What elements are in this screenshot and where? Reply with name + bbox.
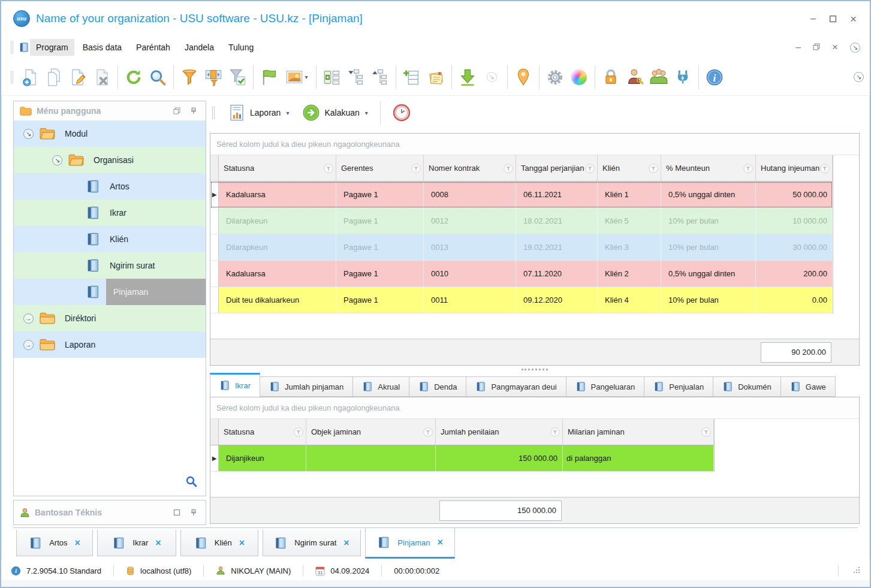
minimize-icon[interactable]: – <box>810 14 816 23</box>
tree-item-laporan[interactable]: → Laporan <box>14 331 206 358</box>
info-button[interactable]: i <box>703 64 727 91</box>
tree-item-modul[interactable]: ↘ Modul <box>14 120 206 147</box>
tab-ikrar[interactable]: Ikrar <box>210 373 260 397</box>
doc-tab-artos[interactable]: Artos× <box>16 530 93 556</box>
column-header-gerentes[interactable]: Gerentes <box>336 155 424 181</box>
laporan-button[interactable]: Laporan▾ <box>223 101 294 124</box>
filter-icon[interactable] <box>743 164 753 173</box>
column-header-hutang[interactable]: Hutang injeuman <box>756 155 833 181</box>
menu-item-jandela[interactable]: Jandela <box>179 39 220 56</box>
toolbar-grip[interactable] <box>11 71 13 84</box>
doc-tab-pinjaman[interactable]: Pinjaman× <box>365 528 455 559</box>
tree-item-artos[interactable]: Artos <box>14 173 206 200</box>
filter-icon[interactable] <box>550 427 560 437</box>
column-header-tanggal[interactable]: Tanggal perjanjian <box>516 155 598 181</box>
lock-button[interactable] <box>599 64 623 91</box>
toolbar-grip[interactable] <box>11 41 13 54</box>
tree-item-pinjaman[interactable]: Pinjaman <box>14 279 206 305</box>
expand-levels-button[interactable] <box>320 64 344 91</box>
close-tab-icon[interactable]: × <box>343 538 349 548</box>
notes-button[interactable] <box>424 64 448 91</box>
horizontal-splitter[interactable] <box>210 366 860 373</box>
collapse-node-icon[interactable]: ↘ <box>23 129 34 139</box>
search-button[interactable] <box>146 64 170 91</box>
collapse-node-icon[interactable]: ↘ <box>52 155 62 165</box>
column-header-statusna[interactable]: Statusna <box>219 155 336 181</box>
doc-tab-ngirim-surat[interactable]: Ngirim surat× <box>263 530 361 556</box>
filter-icon[interactable] <box>820 164 830 173</box>
export-button[interactable] <box>456 64 480 91</box>
maximize-panel-icon[interactable] <box>171 506 183 518</box>
timer-button[interactable] <box>388 101 415 124</box>
tree-item-ikrar[interactable]: Ikrar <box>14 200 206 226</box>
tab-penjualan[interactable]: Penjualan <box>644 376 713 397</box>
refresh-button[interactable] <box>122 64 146 91</box>
filter-button[interactable] <box>177 64 201 91</box>
collapse-tree-button[interactable] <box>344 64 368 91</box>
close-tab-icon[interactable]: × <box>155 538 161 548</box>
add-column-button[interactable] <box>400 64 424 91</box>
kalakuan-button[interactable]: Kalakuan▾ <box>297 101 372 124</box>
copy-record-button[interactable] <box>42 64 66 91</box>
column-header-objek-jaminan[interactable]: Objek jaminan <box>306 419 436 445</box>
colors-button[interactable] <box>567 64 591 91</box>
column-header-klien[interactable]: Klién <box>598 155 661 181</box>
table-row[interactable]: Dilarapkeun Pagawe 1 0013 19.02.2021 Kli… <box>210 234 833 261</box>
plugins-button[interactable] <box>671 64 695 91</box>
filter-by-selection-button[interactable] <box>201 64 225 91</box>
user-permissions-button[interactable] <box>623 64 647 91</box>
tree-item-organisasi[interactable]: ↘ Organisasi <box>14 147 206 173</box>
tab-gawe[interactable]: Gawe <box>781 376 836 397</box>
image-button[interactable]: ▾ <box>281 64 312 91</box>
filter-apply-button[interactable] <box>225 64 249 91</box>
filter-icon[interactable] <box>423 427 433 437</box>
expand-node-icon[interactable]: → <box>23 313 34 324</box>
doc-tab-ikrar[interactable]: Ikrar× <box>97 530 176 556</box>
add-record-button[interactable] <box>18 64 42 91</box>
tab-jumlah-pinjaman[interactable]: Jumlah pinjaman <box>260 376 353 397</box>
tab-dokumen[interactable]: Dokumén <box>713 376 781 397</box>
tab-pangmayaran-deui[interactable]: Pangmayaran deui <box>466 376 566 397</box>
table-row[interactable]: ▶ Dijanjikeun 150 000.00 di palanggan <box>210 445 714 472</box>
column-header-meunteun[interactable]: % Meunteun <box>661 155 756 181</box>
filter-icon[interactable] <box>701 427 711 437</box>
delete-record-button[interactable] <box>90 64 114 91</box>
column-header-nomer-kontrak[interactable]: Nomer kontrak <box>424 155 516 181</box>
mdi-close-icon[interactable]: × <box>832 41 838 53</box>
filter-icon[interactable] <box>411 164 421 173</box>
close-icon[interactable]: × <box>850 13 857 25</box>
tree-search-icon[interactable] <box>185 475 197 490</box>
tab-denda[interactable]: Denda <box>409 376 466 397</box>
table-row[interactable]: Kadaluarsa Pagawe 1 0010 07.11.2020 Klié… <box>210 261 833 287</box>
close-tab-icon[interactable]: × <box>239 538 245 548</box>
expand-tree-button[interactable] <box>368 64 392 91</box>
edit-record-button[interactable] <box>66 64 90 91</box>
tab-pangeluaran[interactable]: Pangeluaran <box>566 376 645 397</box>
restore-panel-icon[interactable] <box>171 105 183 117</box>
mdi-restore-icon[interactable] <box>813 42 820 53</box>
menu-item-parentah[interactable]: Paréntah <box>130 39 176 56</box>
column-header-milarian-jaminan[interactable]: Milarian jaminan <box>563 419 714 445</box>
filter-icon[interactable] <box>504 164 513 173</box>
flag-button[interactable] <box>257 64 281 91</box>
table-row[interactable]: ▶ Kadaluarsa Pagawe 1 0008 06.11.2021 Kl… <box>210 182 833 208</box>
doc-tab-klien[interactable]: Klién× <box>180 530 258 556</box>
menu-item-basis-data[interactable]: Basis data <box>77 39 128 56</box>
location-button[interactable] <box>511 64 535 91</box>
pin-panel-icon[interactable] <box>188 105 200 117</box>
expand-node-icon[interactable]: → <box>23 340 34 350</box>
menu-item-tulung[interactable]: Tulung <box>222 39 260 56</box>
tree-item-direktori[interactable]: → Diréktori <box>14 305 206 331</box>
maximize-icon[interactable] <box>829 15 837 23</box>
table-row[interactable]: Dilarapkeun Pagawe 1 0012 18.02.2021 Kli… <box>210 208 833 234</box>
pin-panel-icon[interactable] <box>188 506 200 518</box>
close-tab-icon[interactable]: × <box>75 538 80 548</box>
column-header-statusna[interactable]: Statusna <box>219 419 306 445</box>
toolbar-overflow-icon[interactable]: ↘ <box>854 72 864 82</box>
settings-button[interactable] <box>543 64 567 91</box>
toolbar-grip[interactable] <box>212 106 215 119</box>
tree-item-ngirim-surat[interactable]: Ngirim surat <box>14 252 206 279</box>
table-row[interactable]: Duit teu dikaluarkeun Pagawe 1 0011 09.1… <box>210 287 833 313</box>
resize-grip[interactable] <box>852 566 860 575</box>
menu-overflow-icon[interactable]: ↘ <box>850 43 860 53</box>
